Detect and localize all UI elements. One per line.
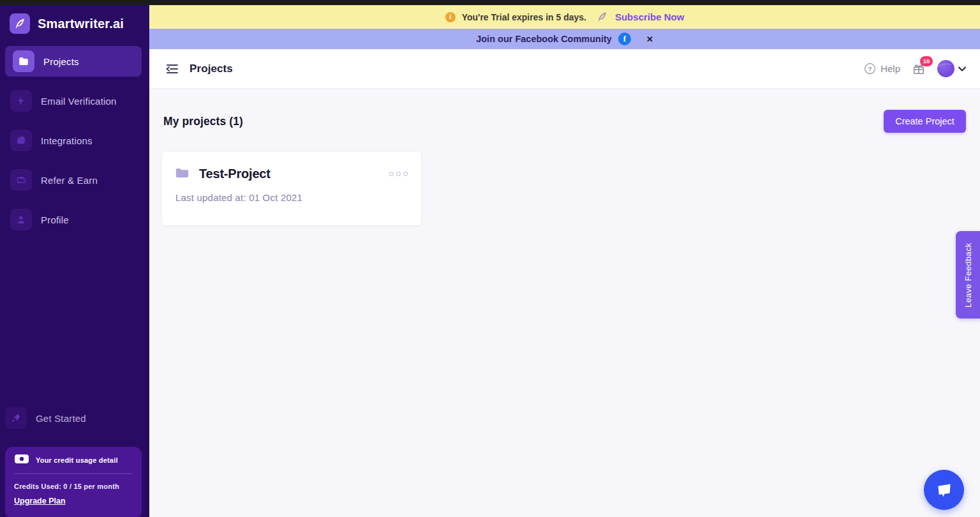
project-options-icon[interactable]: [389, 169, 408, 179]
sidebar-item-label: Refer & Earn: [41, 175, 98, 186]
gift-count-badge: 10: [920, 56, 933, 66]
user-icon: [10, 209, 32, 230]
credit-card-icon: [14, 454, 29, 467]
divider: [14, 473, 133, 474]
smartwriter-app: Smartwriter.ai Projects Email Verificati…: [0, 0, 980, 517]
folder-icon: [13, 50, 34, 72]
leave-feedback-tab[interactable]: Leave Feedback: [956, 231, 980, 318]
feather-logo-icon: [10, 13, 30, 34]
subscribe-now-link[interactable]: Subscribe Now: [615, 11, 684, 22]
wallet-icon: [10, 169, 32, 191]
gift-button[interactable]: 10: [912, 62, 926, 76]
trial-banner: i You're Trial expires in 5 days. Subscr…: [149, 5, 980, 29]
feather-pen-icon: [597, 11, 607, 22]
brand-name: Smartwriter.ai: [38, 17, 124, 31]
avatar: [937, 60, 954, 77]
sidebar-nav: Projects Email Verification Integrations: [0, 46, 149, 230]
chat-bubble-icon: [935, 481, 954, 499]
sidebar-item-label: Projects: [43, 56, 79, 67]
chevron-down-icon: [958, 66, 966, 71]
credits-used-text: Credits Used: 0 / 15 per month: [14, 483, 133, 490]
sidebar-item-label: Email Verification: [41, 96, 117, 107]
brand-logo[interactable]: Smartwriter.ai: [0, 5, 149, 40]
info-icon: i: [445, 12, 456, 22]
project-card[interactable]: Test-Project Last updated at: 01 Oct 202…: [162, 152, 421, 225]
sidebar-collapse-icon[interactable]: [163, 61, 180, 77]
puzzle-icon: [10, 130, 32, 151]
folder-icon: [175, 167, 189, 181]
credit-usage-title: Your credit usage detail: [36, 456, 118, 464]
sidebar-item-label: Profile: [41, 214, 69, 225]
help-label: Help: [880, 63, 900, 74]
question-circle-icon: ?: [864, 63, 876, 75]
facebook-banner: Join our Facebook Community f ✕: [149, 29, 980, 49]
rocket-icon: [5, 407, 27, 429]
page-title: Projects: [189, 63, 233, 75]
sidebar-item-refer-earn[interactable]: Refer & Earn: [5, 169, 144, 191]
lightning-icon: [10, 90, 32, 112]
sidebar-item-projects[interactable]: Projects: [5, 46, 142, 77]
get-started-label: Get Started: [36, 413, 86, 424]
project-title: Test-Project: [199, 167, 271, 181]
account-menu[interactable]: [937, 60, 966, 77]
leave-feedback-label: Leave Feedback: [963, 243, 973, 308]
main-content: My projects (1) Create Project Test-Proj…: [149, 89, 980, 517]
page-header: Projects ? Help 10: [149, 49, 980, 89]
my-projects-heading: My projects (1): [163, 115, 243, 128]
facebook-banner-text[interactable]: Join our Facebook Community: [476, 34, 612, 44]
window-top-strip: [0, 0, 980, 5]
sidebar-item-label: Integrations: [41, 135, 93, 146]
facebook-icon[interactable]: f: [618, 33, 631, 45]
chat-launcher-button[interactable]: [924, 470, 964, 510]
sidebar-item-email-verification[interactable]: Email Verification: [5, 90, 144, 112]
sidebar-get-started[interactable]: Get Started: [5, 407, 142, 429]
project-updated-text: Last updated at: 01 Oct 2021: [175, 192, 408, 203]
sidebar-item-integrations[interactable]: Integrations: [5, 130, 144, 151]
create-project-button[interactable]: Create Project: [884, 110, 966, 133]
sidebar: Smartwriter.ai Projects Email Verificati…: [0, 5, 149, 517]
close-icon[interactable]: ✕: [646, 34, 653, 44]
trial-banner-text: You're Trial expires in 5 days.: [462, 12, 586, 22]
upgrade-plan-link[interactable]: Upgrade Plan: [14, 497, 66, 506]
help-button[interactable]: ? Help: [864, 63, 900, 75]
sidebar-item-profile[interactable]: Profile: [5, 209, 144, 230]
credit-usage-panel: Your credit usage detail Credits Used: 0…: [5, 447, 142, 517]
svg-text:?: ?: [868, 65, 872, 72]
